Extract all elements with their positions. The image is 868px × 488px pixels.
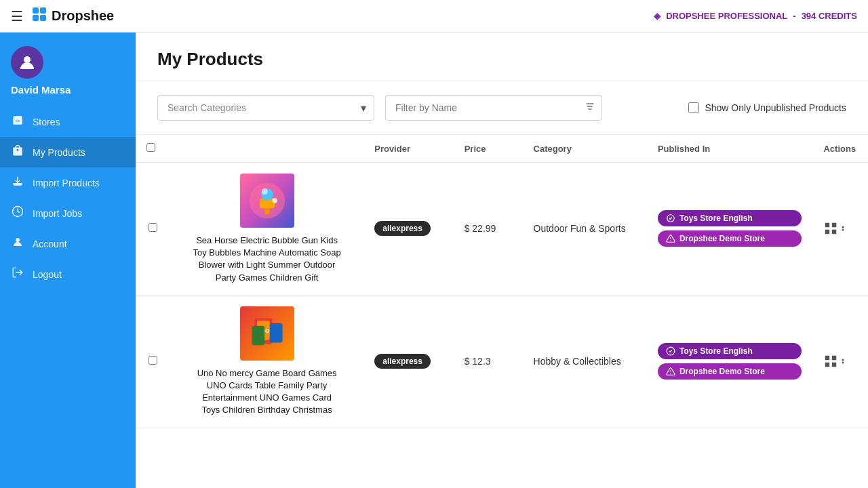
svg-point-15 bbox=[272, 198, 277, 203]
topbar-plan: ◈ DROPSHEE PROFESSIONAL - 394 CREDITS bbox=[654, 11, 857, 21]
credits-text: 394 CREDITS bbox=[802, 11, 857, 21]
filter-name-container bbox=[385, 95, 602, 121]
unpublished-checkbox-input[interactable] bbox=[688, 102, 699, 113]
table-header: Provider Price Category Published In Act… bbox=[136, 135, 868, 163]
svg-rect-2 bbox=[33, 15, 39, 21]
product-image bbox=[240, 174, 294, 228]
table: Provider Price Category Published In Act… bbox=[136, 135, 868, 428]
published-badge-verified[interactable]: Toys Store English bbox=[658, 210, 802, 226]
svg-point-20 bbox=[842, 226, 844, 228]
row-checkbox[interactable] bbox=[149, 223, 157, 232]
actions-cell bbox=[812, 295, 868, 428]
row-checkbox-cell bbox=[136, 163, 170, 296]
svg-point-7 bbox=[16, 238, 20, 242]
svg-rect-25 bbox=[269, 323, 282, 343]
separator: - bbox=[793, 11, 795, 21]
unpublished-label: Show Only Unpublished Products bbox=[705, 102, 846, 113]
logo-icon bbox=[31, 6, 47, 26]
filter-name-input[interactable] bbox=[385, 95, 602, 121]
svg-rect-26 bbox=[252, 326, 264, 346]
sidebar-username: David Marsa bbox=[11, 84, 71, 96]
logo-text: Dropshee bbox=[52, 8, 114, 24]
products-table: Provider Price Category Published In Act… bbox=[136, 135, 868, 488]
import-products-icon bbox=[11, 175, 24, 190]
col-category-header: Category bbox=[523, 135, 647, 163]
logout-icon bbox=[11, 266, 24, 282]
layout: David Marsa Stores My Products Import Pr… bbox=[0, 33, 868, 488]
sidebar-item-logout[interactable]: Logout bbox=[0, 259, 136, 289]
svg-point-16 bbox=[261, 188, 267, 195]
import-jobs-icon bbox=[11, 205, 24, 221]
table-body: Sea Horse Electric Bubble Gun Kids Toy B… bbox=[136, 163, 868, 428]
product-name: Uno No mercy Game Board Games UNO Cards … bbox=[193, 367, 342, 417]
published-cell: Toys Store English Dropshee Demo Store bbox=[647, 295, 813, 428]
category-cell: Outdoor Fun & Sports bbox=[523, 163, 647, 296]
sidebar-item-import-products[interactable]: Import Products bbox=[0, 167, 136, 198]
stores-icon bbox=[11, 114, 24, 129]
published-badge-warning[interactable]: Dropshee Demo Store bbox=[658, 363, 802, 380]
topbar: ☰ Dropshee ◈ DROPSHEE PROFESSIONAL - 394… bbox=[0, 0, 868, 33]
svg-point-19 bbox=[670, 241, 671, 241]
col-actions-header: Actions bbox=[812, 135, 868, 163]
provider-badge: aliexpress bbox=[374, 221, 431, 236]
select-all-checkbox[interactable] bbox=[146, 143, 155, 152]
sidebar-item-label: My Products bbox=[33, 147, 85, 158]
row-checkbox[interactable] bbox=[149, 356, 157, 365]
svg-rect-3 bbox=[40, 15, 46, 21]
product-cell: Sea Horse Electric Bubble Gun Kids Toy B… bbox=[170, 163, 363, 296]
provider-badge: aliexpress bbox=[374, 354, 431, 369]
my-products-icon bbox=[11, 144, 24, 160]
col-price-header: Price bbox=[454, 135, 523, 163]
svg-rect-0 bbox=[33, 7, 39, 14]
svg-point-29 bbox=[670, 373, 671, 373]
table-row: UNO Uno No mercy Game Board Games UNO Ca… bbox=[136, 295, 868, 428]
row-checkbox-cell bbox=[136, 295, 170, 428]
sidebar-item-stores[interactable]: Stores bbox=[0, 106, 136, 137]
svg-rect-17 bbox=[264, 208, 270, 214]
hamburger-icon[interactable]: ☰ bbox=[11, 8, 23, 24]
sidebar-nav: Stores My Products Import Products Impor… bbox=[0, 106, 136, 289]
svg-point-31 bbox=[842, 362, 844, 364]
svg-point-21 bbox=[842, 229, 844, 231]
product-cell: UNO Uno No mercy Game Board Games UNO Ca… bbox=[170, 295, 363, 428]
topbar-logo: Dropshee bbox=[31, 6, 114, 26]
price-cell: $ 22.99 bbox=[454, 163, 523, 296]
sidebar-item-import-jobs[interactable]: Import Jobs bbox=[0, 198, 136, 228]
sidebar-item-my-products[interactable]: My Products bbox=[0, 137, 136, 167]
svg-point-4 bbox=[24, 56, 31, 63]
sidebar-item-account[interactable]: Account bbox=[0, 228, 136, 259]
col-provider-header: Provider bbox=[363, 135, 453, 163]
search-categories-select[interactable]: Search Categories bbox=[157, 95, 374, 121]
svg-point-30 bbox=[842, 359, 844, 361]
filter-icon bbox=[585, 101, 595, 115]
filter-row: Search Categories ▾ Show Only Unpublishe… bbox=[136, 81, 868, 135]
actions-cell bbox=[812, 163, 868, 296]
sidebar-item-label: Stores bbox=[33, 117, 60, 127]
price-cell: $ 12.3 bbox=[454, 295, 523, 428]
sidebar-item-label: Account bbox=[33, 239, 67, 249]
sidebar: David Marsa Stores My Products Import Pr… bbox=[0, 33, 136, 488]
published-badge-verified[interactable]: Toys Store English bbox=[658, 343, 802, 359]
published-badge-warning[interactable]: Dropshee Demo Store bbox=[658, 230, 802, 247]
avatar bbox=[11, 46, 43, 79]
search-categories-container: Search Categories ▾ bbox=[157, 95, 374, 121]
unpublished-filter[interactable]: Show Only Unpublished Products bbox=[688, 102, 846, 113]
sidebar-item-label: Logout bbox=[33, 269, 62, 280]
category-cell: Hobby & Collectibles bbox=[523, 295, 647, 428]
provider-cell: aliexpress bbox=[363, 163, 453, 296]
col-checkbox bbox=[136, 135, 170, 163]
actions-button[interactable] bbox=[823, 221, 857, 236]
sidebar-profile: David Marsa bbox=[0, 33, 136, 106]
plan-icon: ◈ bbox=[654, 11, 660, 21]
provider-cell: aliexpress bbox=[363, 295, 453, 428]
col-published-header: Published In bbox=[647, 135, 813, 163]
table-row: Sea Horse Electric Bubble Gun Kids Toy B… bbox=[136, 163, 868, 296]
account-icon bbox=[11, 236, 24, 251]
svg-rect-1 bbox=[40, 7, 46, 14]
published-badge-label: Dropshee Demo Store bbox=[679, 367, 765, 376]
actions-button[interactable] bbox=[823, 354, 857, 369]
product-name: Sea Horse Electric Bubble Gun Kids Toy B… bbox=[193, 235, 342, 284]
topbar-left: ☰ Dropshee bbox=[11, 6, 114, 26]
sidebar-item-label: Import Jobs bbox=[33, 208, 82, 219]
published-cell: Toys Store English Dropshee Demo Store bbox=[647, 163, 813, 296]
